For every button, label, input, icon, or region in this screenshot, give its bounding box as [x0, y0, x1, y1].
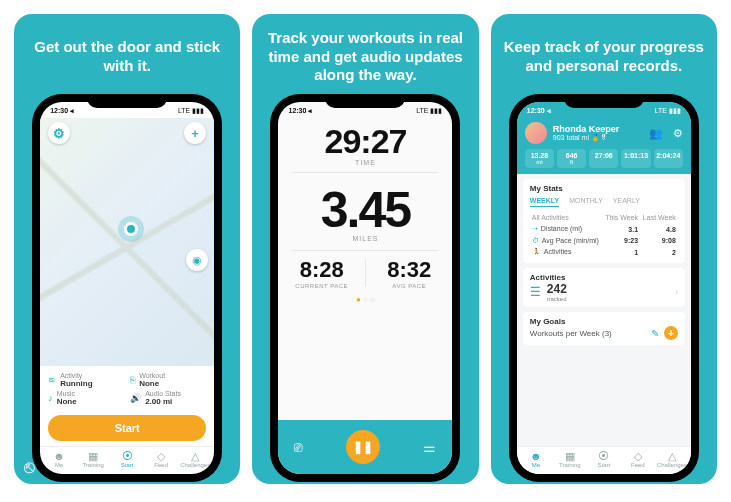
tab-me[interactable]: ☻Me	[42, 451, 76, 468]
person-icon: ☻	[42, 451, 76, 462]
map-pin-icon: ⎋	[24, 457, 35, 478]
activities-section[interactable]: Activities ☰ 242tracked ›	[523, 268, 685, 307]
pause-button[interactable]: ❚❚	[346, 430, 380, 464]
caption-2: Track your workouts in real time and get…	[264, 28, 466, 86]
goal-label: Workouts per Week (3)	[530, 329, 612, 338]
caption-3: Keep track of your progress and personal…	[503, 28, 705, 86]
calendar-icon: ▦	[553, 451, 587, 462]
tab-weekly[interactable]: WEEKLY	[530, 197, 559, 207]
workout-label: Workout	[139, 372, 165, 379]
clipboard-icon: ⎘	[130, 375, 135, 385]
table-row: ⇢Distance (mi)3.14.8	[530, 223, 678, 235]
divider	[292, 250, 438, 251]
add-icon[interactable]: +	[184, 122, 206, 144]
list-icon: ☰	[530, 285, 541, 299]
tab-monthly[interactable]: MONTHLY	[569, 197, 603, 207]
activities-count: 242	[547, 282, 567, 296]
run-icon: ≋	[48, 375, 56, 385]
tab-challenges[interactable]: △Challenges	[178, 451, 212, 468]
pace-icon: ⏱	[532, 237, 539, 244]
friends-icon[interactable]: 👥	[649, 127, 663, 140]
status-time: 12:30 ◂	[288, 107, 312, 115]
map-view[interactable]: ◉	[40, 118, 214, 366]
notch	[564, 94, 644, 108]
screen-3: 12:30 ◂ LTE ▮▮▮ Rhonda Keeper 903 total …	[517, 102, 691, 474]
divider	[292, 172, 438, 173]
tab-challenges[interactable]: △Challenges	[655, 451, 689, 468]
settings-slider-icon[interactable]: ⚌	[423, 439, 436, 455]
map-top-icons: ⚙ +	[48, 122, 206, 144]
camera-icon[interactable]: ⎚	[294, 439, 302, 455]
activity-icon: 🏃	[532, 248, 541, 255]
tab-bar: ☻Me ▦Training ⦿Start ◇Feed △Challenges	[40, 446, 214, 474]
promo-card-2: Track your workouts in real time and get…	[252, 14, 478, 484]
add-goal-button[interactable]: +	[664, 326, 678, 340]
workout-field[interactable]: ⎘WorkoutNone	[130, 372, 206, 388]
chevron-right-icon: ›	[675, 288, 678, 297]
audio-cue-icon[interactable]: ◉	[186, 249, 208, 271]
time-metric: 29:27 TIME	[278, 118, 452, 166]
pace-row: 8:28CURRENT PACE 8:32AVG PACE	[278, 257, 452, 289]
settings-icon[interactable]: ⚙	[48, 122, 70, 144]
caption-1: Get out the door and stick with it.	[26, 28, 228, 86]
status-carrier: LTE ▮▮▮	[178, 107, 204, 115]
music-label: Music	[57, 390, 75, 397]
promo-card-1: Get out the door and stick with it. 12:3…	[14, 14, 240, 484]
page-dots[interactable]: ● ○ ○	[278, 295, 452, 304]
gear-icon[interactable]: ⚙	[673, 127, 683, 140]
distance-metric: 3.45 MILES	[278, 179, 452, 244]
tab-training[interactable]: ▦Training	[553, 451, 587, 468]
tab-yearly[interactable]: YEARLY	[613, 197, 640, 207]
workout-control-bar: ⎚ ❚❚ ⚌	[278, 420, 452, 474]
tab-start[interactable]: ⦿Start	[110, 451, 144, 468]
current-pace: 8:28CURRENT PACE	[278, 257, 365, 289]
notch	[87, 94, 167, 108]
screenshot-row: Get out the door and stick with it. 12:3…	[0, 0, 731, 498]
profile-name: Rhonda Keeper	[553, 124, 620, 134]
badge[interactable]: 13.28mi	[525, 149, 554, 168]
tab-feed[interactable]: ◇Feed	[621, 451, 655, 468]
pin-icon: ⦿	[110, 451, 144, 462]
start-button[interactable]: Start	[48, 415, 206, 441]
stats-section: My Stats WEEKLY MONTHLY YEARLY All Activ…	[523, 179, 685, 263]
stats-table: All ActivitiesThis WeekLast Week ⇢Distan…	[530, 212, 678, 258]
table-row: ⏱Avg Pace (min/mi)9:239:08	[530, 235, 678, 246]
screen-2: 12:30 ◂ LTE ▮▮▮ 29:27 TIME 3.45 MILES 8:…	[278, 102, 452, 474]
workout-setup-panel: ≋ActivityRunning ⎘WorkoutNone ♪MusicNone…	[40, 366, 214, 410]
audio-value: 2.00 mi	[145, 397, 181, 406]
distance-value: 3.45	[278, 181, 452, 239]
music-value: None	[57, 397, 77, 406]
profile-header: Rhonda Keeper 903 total mi 🏅🎖 👥 ⚙ 13.28m…	[517, 118, 691, 174]
edit-icon[interactable]: ✎	[651, 328, 659, 339]
table-row: 🏃Activities12	[530, 246, 678, 258]
goal-row[interactable]: Workouts per Week (3) ✎ +	[530, 326, 678, 340]
status-time: 12:30 ◂	[527, 107, 551, 115]
mountain-icon: △	[655, 451, 689, 462]
time-value: 29:27	[278, 122, 452, 161]
profile-subtitle: 903 total mi 🏅🎖	[553, 134, 620, 142]
audio-stats-field[interactable]: 🔊Audio Stats2.00 mi	[130, 390, 206, 406]
tab-training[interactable]: ▦Training	[76, 451, 110, 468]
tab-start[interactable]: ⦿Start	[587, 451, 621, 468]
activity-value: Running	[60, 379, 92, 388]
phone-frame-2: 12:30 ◂ LTE ▮▮▮ 29:27 TIME 3.45 MILES 8:…	[270, 94, 460, 482]
phone-frame-1: 12:30 ◂ LTE ▮▮▮ ⚙ + ◉ ≋ActivityRunning ⎘…	[32, 94, 222, 482]
workout-value: None	[139, 379, 165, 388]
activity-field[interactable]: ≋ActivityRunning	[48, 372, 124, 388]
feed-icon: ◇	[144, 451, 178, 462]
feed-icon: ◇	[621, 451, 655, 462]
music-field[interactable]: ♪MusicNone	[48, 390, 124, 406]
tab-feed[interactable]: ◇Feed	[144, 451, 178, 468]
badge[interactable]: 2:04:24	[654, 149, 683, 168]
avatar[interactable]	[525, 122, 547, 144]
badge[interactable]: 27:06	[589, 149, 618, 168]
distance-label: MILES	[278, 235, 452, 242]
activities-header: Activities	[530, 273, 678, 282]
badge[interactable]: 646ft	[557, 149, 586, 168]
badge[interactable]: 1:01:13	[621, 149, 650, 168]
calendar-icon: ▦	[76, 451, 110, 462]
goals-header: My Goals	[530, 317, 678, 326]
tab-me[interactable]: ☻Me	[519, 451, 553, 468]
status-carrier: LTE ▮▮▮	[655, 107, 681, 115]
stats-header: My Stats	[530, 184, 678, 193]
